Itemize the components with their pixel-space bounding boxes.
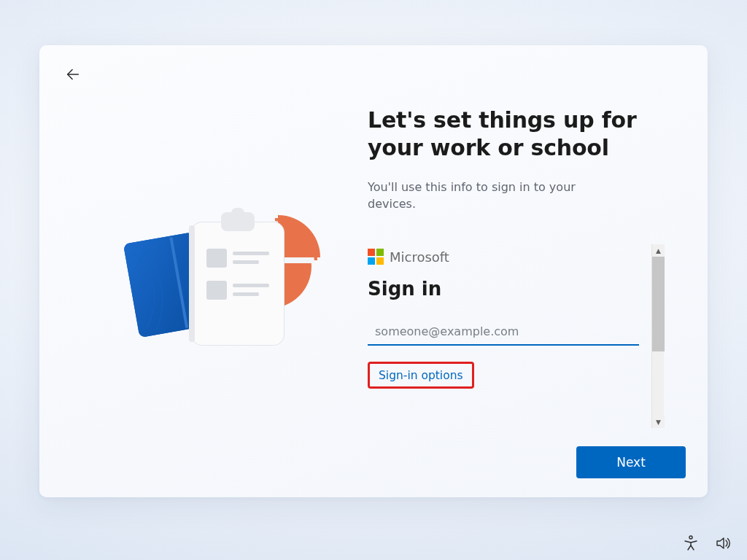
scroll-up-button[interactable]: ▲ (652, 244, 665, 257)
svg-rect-8 (189, 225, 195, 342)
signin-options-highlight: Sign-in options (368, 362, 474, 389)
svg-rect-15 (233, 284, 269, 287)
scrollbar[interactable]: ▲ ▼ (651, 244, 664, 428)
scroll-thumb[interactable] (652, 257, 665, 351)
svg-rect-13 (233, 260, 259, 264)
oobe-card: Let's set things up for your work or sch… (39, 45, 708, 497)
page-subtitle: You'll use this info to sign in to your … (368, 179, 616, 212)
system-tray (681, 534, 732, 553)
svg-point-17 (689, 536, 692, 539)
scroll-down-button[interactable]: ▼ (652, 416, 665, 428)
svg-rect-16 (233, 292, 259, 296)
volume-icon[interactable] (713, 534, 732, 553)
next-button[interactable]: Next (576, 446, 686, 478)
accessibility-icon[interactable] (681, 534, 700, 553)
email-input[interactable] (368, 319, 639, 346)
svg-rect-14 (206, 281, 227, 300)
brand-label: Microsoft (390, 249, 449, 265)
illustration (61, 95, 368, 452)
back-button[interactable] (61, 63, 85, 86)
svg-rect-10 (231, 208, 244, 218)
svg-marker-18 (717, 538, 724, 548)
signin-options-link[interactable]: Sign-in options (379, 369, 463, 382)
signin-region: ▲ ▼ Microsoft Sign in Sign-in options (368, 249, 657, 389)
svg-rect-11 (206, 249, 227, 268)
svg-rect-12 (233, 252, 269, 255)
page-title: Let's set things up for your work or sch… (368, 106, 657, 161)
microsoft-logo-icon (368, 249, 384, 265)
signin-heading: Sign in (368, 278, 657, 300)
